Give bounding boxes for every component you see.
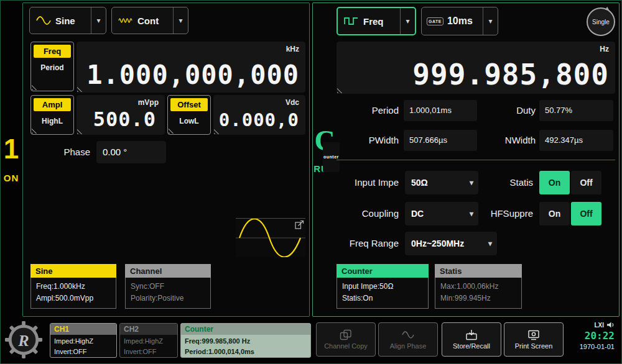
amplitude-display[interactable]: mVpp 500.0 [77,95,165,135]
offset-unit: Vdc [285,98,299,107]
store-recall-icon [465,329,478,340]
phase-input[interactable]: 0.00 ° [96,141,166,163]
amplitude-unit: mVpp [138,98,159,107]
counter-frequency-unit: Hz [600,45,609,53]
ch1-invert: Invert:OFF [50,347,116,357]
tab-channel[interactable]: Channel Sync:OFF Polarity:Positive [125,264,211,309]
align-phase-label: Align Phase [390,342,427,350]
counter-status-title: Counter [181,324,310,335]
store-recall-label: Store/Recall [453,342,490,350]
single-trigger-button[interactable]: Single [587,7,615,36]
freq-key-label: Freq [34,45,71,58]
channel1-output-indicator[interactable]: 1 ON [0,135,22,183]
instrument-screen: 1 ON Sine Cont Freq Period kHz 1.000,000… [0,0,622,364]
tab-statis-title: Statis [435,264,522,278]
input-impedance-select[interactable]: 50Ω [405,171,478,194]
counter-letter: C ounter [313,126,337,156]
ch2-status-title: CH2 [120,324,177,335]
statis-min-summary: Min:999.945Hz [440,293,516,304]
gate-time-select[interactable]: GATE 10ms [421,7,498,35]
counter-mode-select[interactable]: Freq [337,7,416,35]
rigol-gear-logo: R [4,321,43,359]
highlevel-key-label: HighL [34,117,71,125]
tab-channel-title: Channel [125,264,211,278]
amplitude-value: 500.0 [93,107,156,131]
offset-key-label: Offset [170,98,208,111]
single-loop-icon [605,7,610,12]
counter-frequency-display[interactable]: Hz 999.985,800 [337,42,615,94]
frequency-display[interactable]: kHz 1.000,000,000 [77,42,305,93]
offset-display[interactable]: Vdc 0.000,0 [213,95,305,135]
lowlevel-key-label: LowL [170,117,208,125]
store-recall-button[interactable]: Store/Recall [442,322,501,357]
channel-copy-icon [340,329,352,340]
align-phase-icon [402,329,414,340]
pulse-icon [344,16,359,26]
system-status-area: LXI 20:22 1970-01-01 [567,321,620,358]
counter-period-readout: Period:1.000,014,0ms [181,347,310,357]
export-icon[interactable] [295,220,304,229]
run-mode-select[interactable]: Cont [111,7,188,34]
hfsuppre-on-button[interactable]: On [539,202,570,225]
counter-statis-summary: Statis:On [342,293,423,304]
channel-sync-summary: Sync:OFF [131,281,205,293]
waveform-select-label: Sine [55,16,91,26]
pwidth-value: 507.666µs [404,130,477,151]
period-value: 1.000,01ms [404,100,477,121]
ch2-impedance: Imped:HighZ [120,336,177,347]
pwidth-label: PWidth [346,130,399,151]
lxi-label: LXI [594,322,604,329]
speaker-icon [606,321,615,329]
tab-counter[interactable]: Counter Input Impe:50Ω Statis:On [337,264,429,309]
statis-label: Statis [492,171,533,194]
ch2-invert: Invert:OFF [120,347,177,357]
align-phase-button[interactable]: Align Phase [378,322,438,357]
freq-range-label: Freq Range [332,232,399,255]
counter-status-box[interactable]: Counter Freq:999.985,800 Hz Period:1.000… [180,323,311,358]
chevron-down-icon [465,202,478,225]
offset-value: 0.000,0 [219,109,299,130]
coupling-select[interactable]: DC [405,202,478,225]
ampl-key-label: Ampl [34,98,71,111]
tab-counter-title: Counter [337,264,429,278]
channel-copy-button[interactable]: Channel Copy [316,322,376,357]
phase-label: Phase [58,141,90,163]
clock-time: 20:22 [567,330,615,342]
hfsuppre-off-button[interactable]: Off [571,202,601,225]
counter-run-indicator: C ounter RUN [313,126,337,174]
tab-sine[interactable]: Sine Freq:1.000kHz Ampl:500.0mVpp [30,264,116,309]
statis-max-summary: Max:1.000,06kHz [440,281,516,293]
freq-range-select[interactable]: 0Hz~250MHz [405,232,497,255]
tab-statis[interactable]: Statis Max:1.000,06kHz Min:999.945Hz [435,264,522,309]
offset-lowlevel-softkey[interactable]: Offset LowL [167,95,211,135]
chevron-down-icon [173,7,188,34]
print-screen-label: Print Screen [515,342,553,350]
period-label: Period [346,100,399,121]
print-screen-button[interactable]: Print Screen [504,322,564,357]
ch1-status-box[interactable]: CH1 Imped:HighZ Invert:OFF [50,323,117,358]
logo-letter: R [17,332,29,350]
statis-off-button[interactable]: Off [571,171,601,194]
tab-sine-title: Sine [30,264,116,278]
sine-freq-summary: Freq:1.000kHz [36,281,111,293]
hfsuppre-toggle: On Off [539,202,601,225]
channel-polarity-summary: Polarity:Positive [131,293,205,304]
ampl-highlevel-softkey[interactable]: Ampl HighL [30,95,74,135]
nwidth-value: 492.347µs [539,130,613,151]
chevron-down-icon [465,171,478,194]
clock-date: 1970-01-01 [567,343,615,350]
counter-panel: C ounter RUN Freq GATE 10ms Single Hz 99… [312,2,620,317]
channel1-on-state: ON [0,173,22,183]
waveform-select[interactable]: Sine [29,7,106,34]
counter-word-rest: ounter [323,142,340,172]
chevron-down-icon [483,7,498,35]
freq-period-softkey[interactable]: Freq Period [30,42,74,91]
ch2-status-box[interactable]: CH2 Imped:HighZ Invert:OFF [119,323,178,358]
phase-value: 0.00 ° [103,147,127,157]
channel-copy-label: Channel Copy [324,342,368,350]
ch1-impedance: Imped:HighZ [50,336,116,347]
continuous-wave-icon [118,16,133,25]
run-mode-label: Cont [137,16,173,26]
statis-on-button[interactable]: On [539,171,570,194]
duty-label: Duty [498,100,536,121]
